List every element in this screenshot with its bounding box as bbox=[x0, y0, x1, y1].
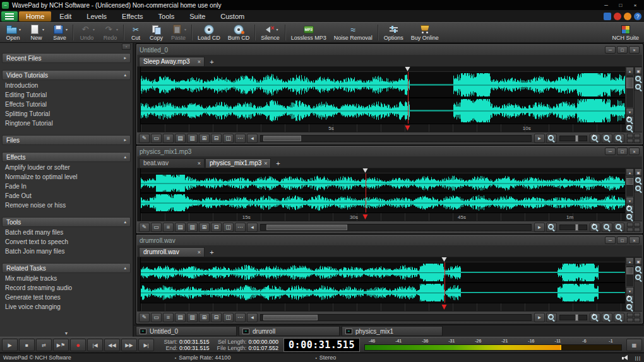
tool-button-7[interactable]: ◫ bbox=[223, 313, 234, 322]
tool-button-5[interactable]: ⊞ bbox=[199, 223, 210, 232]
buy-online-button[interactable]: Buy Online bbox=[407, 23, 443, 42]
horizontal-scroll-thumb[interactable] bbox=[263, 136, 301, 141]
tool-button-2[interactable]: ≡ bbox=[163, 313, 174, 322]
zoom-out-vertical-button[interactable]: − bbox=[626, 213, 634, 221]
sidebar-item-live-voice-changing[interactable]: Live voice changing bbox=[0, 302, 133, 312]
close-button[interactable]: × bbox=[628, 1, 642, 9]
new-tab-button[interactable]: + bbox=[207, 57, 217, 66]
sidebar-item-fade-out[interactable]: Fade Out bbox=[0, 191, 133, 201]
tool-button-3[interactable]: ▤ bbox=[175, 134, 186, 143]
skip-to-end-button[interactable]: ▶| bbox=[138, 339, 154, 351]
sidebar-item-record-streaming-audio[interactable]: Record streaming audio bbox=[0, 283, 133, 293]
document-tab-sleep-away-mp3[interactable]: Sleep Away.mp3× bbox=[139, 57, 205, 66]
zoom-out-vertical-button[interactable]: − bbox=[626, 303, 634, 311]
taskbar-item-drumroll[interactable]: ≈drumroll bbox=[239, 326, 340, 336]
tool-button-4[interactable]: ▥ bbox=[187, 134, 198, 143]
tool-button-1[interactable]: ▭ bbox=[151, 223, 162, 232]
share-icon[interactable] bbox=[604, 13, 611, 20]
tab-tools[interactable]: Tools bbox=[152, 11, 182, 21]
scroll-right-button[interactable]: ▸ bbox=[534, 313, 545, 322]
waveform-canvas[interactable] bbox=[141, 262, 625, 303]
maximize-button[interactable]: □ bbox=[614, 1, 628, 9]
sidebar-item-batch-join-many-files[interactable]: Batch Join many files bbox=[0, 247, 133, 256]
scroll-left-button[interactable]: ◂ bbox=[247, 134, 258, 143]
play-button[interactable]: ▶ bbox=[2, 339, 18, 351]
zoom-out-vertical-button[interactable]: − bbox=[626, 124, 634, 132]
tool-button-8[interactable]: ⋯ bbox=[235, 313, 246, 322]
vertical-scrollbar[interactable] bbox=[626, 177, 633, 196]
speaker-icon[interactable] bbox=[622, 355, 629, 361]
window-restore-button[interactable]: □ bbox=[617, 236, 628, 244]
menu-button[interactable] bbox=[1, 11, 18, 21]
mini-view-button[interactable] bbox=[634, 228, 640, 232]
document-window-titlebar[interactable]: Untitled_0─□× bbox=[137, 45, 642, 55]
zoom-slider[interactable] bbox=[559, 225, 587, 230]
window-restore-button[interactable]: □ bbox=[617, 148, 628, 155]
help-icon[interactable]: ? bbox=[634, 13, 641, 20]
zoom-to-fit-button[interactable] bbox=[614, 134, 624, 143]
load-cd-button[interactable]: Load CD bbox=[194, 23, 224, 42]
mini-view-button[interactable] bbox=[634, 313, 640, 317]
tool-button-5[interactable]: ⊞ bbox=[199, 134, 210, 143]
zoom-in-button[interactable]: + bbox=[590, 134, 600, 143]
window-minimize-button[interactable]: ─ bbox=[605, 148, 616, 155]
meter-menu-button[interactable]: ▦ bbox=[626, 339, 642, 351]
tool-button-1[interactable]: ▭ bbox=[151, 134, 162, 143]
scroll-up-button[interactable]: ▴ bbox=[626, 168, 634, 176]
mini-view-button[interactable] bbox=[634, 139, 640, 143]
sidebar-scroll-down-button[interactable]: ▼ bbox=[0, 330, 133, 336]
sidebar-item-generate-test-tones[interactable]: Generate test tones bbox=[0, 293, 133, 302]
tool-button-7[interactable]: ◫ bbox=[223, 134, 234, 143]
marker-strip[interactable] bbox=[141, 168, 625, 173]
document-tab-beat-wav[interactable]: beat.wav× bbox=[139, 158, 205, 168]
sidebar-item-batch-edit-many-files[interactable]: Batch edit many files bbox=[0, 228, 133, 237]
minimize-button[interactable]: ─ bbox=[599, 1, 613, 9]
sidebar-item-remove-noise-or-hiss[interactable]: Remove noise or hiss bbox=[0, 201, 133, 210]
sidebar-item-mix-multiple-tracks[interactable]: Mix multiple tracks bbox=[0, 274, 133, 283]
redo-button[interactable]: ▾Redo bbox=[98, 23, 122, 42]
vertical-scrollbar[interactable] bbox=[626, 75, 633, 107]
burn-cd-button[interactable]: Burn CD bbox=[224, 23, 254, 42]
sidebar-section-recent-files[interactable]: Recent Files▸ bbox=[2, 53, 131, 63]
zoom-full-button[interactable] bbox=[635, 266, 642, 273]
mini-view-button[interactable] bbox=[627, 134, 633, 138]
document-window-titlebar[interactable]: physics_mix1.mp3─□× bbox=[137, 146, 642, 156]
sidebar-item-normalize-to-optimal-level[interactable]: Normalize to optimal level bbox=[0, 172, 133, 182]
feedback-icon[interactable] bbox=[624, 13, 631, 20]
zoom-out-button[interactable]: − bbox=[546, 134, 557, 143]
paste-button[interactable]: ▾Paste bbox=[167, 23, 190, 42]
sidebar-section-tools[interactable]: Tools▴ bbox=[2, 217, 131, 227]
mini-view-button[interactable] bbox=[627, 313, 633, 317]
zoom-in-button[interactable]: + bbox=[590, 313, 600, 322]
vertical-scroll-thumb[interactable] bbox=[626, 78, 633, 88]
tab-close-icon[interactable]: × bbox=[264, 160, 267, 166]
edit-mode-button[interactable]: ✎ bbox=[139, 313, 150, 322]
tool-button-4[interactable]: ▥ bbox=[187, 223, 198, 232]
window-close-button[interactable]: × bbox=[629, 148, 640, 155]
tool-button-2[interactable]: ≡ bbox=[163, 134, 174, 143]
noise-removal-button[interactable]: Noise Removal bbox=[330, 23, 376, 42]
sidebar-section-related-tasks[interactable]: Related Tasks▴ bbox=[2, 263, 131, 273]
waveform-canvas[interactable] bbox=[141, 72, 625, 124]
window-options-button[interactable]: ▣ bbox=[635, 257, 642, 265]
copy-button[interactable]: Copy bbox=[146, 23, 167, 42]
horizontal-scrollbar[interactable] bbox=[260, 314, 532, 321]
tab-custom[interactable]: Custom bbox=[213, 11, 251, 21]
zoom-selection-button[interactable] bbox=[635, 83, 642, 91]
vertical-scroll-thumb[interactable] bbox=[626, 267, 633, 274]
vertical-scroll-thumb[interactable] bbox=[626, 178, 633, 185]
sidebar-item-effects-tutorial[interactable]: Effects Tutorial bbox=[0, 100, 133, 109]
timeline-ruler[interactable] bbox=[141, 303, 625, 311]
tab-suite[interactable]: Suite bbox=[182, 11, 212, 21]
zoom-slider[interactable] bbox=[559, 136, 587, 141]
play-selection-button[interactable]: ▶⚑ bbox=[53, 339, 69, 351]
scroll-right-button[interactable]: ▸ bbox=[534, 223, 545, 232]
lossless-mp3-button[interactable]: Lossless MP3 bbox=[287, 23, 330, 42]
sidebar-item-amplify-louder-or-softer[interactable]: Amplify louder or softer bbox=[0, 163, 133, 172]
taskbar-item-untitled-0[interactable]: ≈Untitled_0 bbox=[136, 326, 237, 336]
loop-button[interactable]: ⇄ bbox=[36, 339, 52, 351]
mini-view-button[interactable] bbox=[634, 134, 640, 138]
tool-button-3[interactable]: ▤ bbox=[175, 223, 186, 232]
mini-view-button[interactable] bbox=[627, 318, 633, 322]
scroll-up-button[interactable]: ▴ bbox=[626, 67, 634, 74]
